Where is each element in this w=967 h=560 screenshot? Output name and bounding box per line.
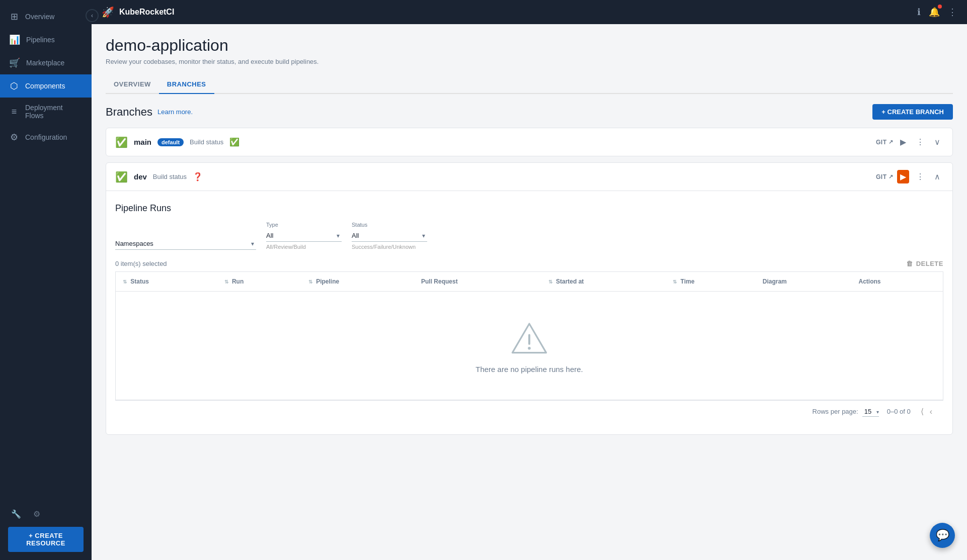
sidebar-collapse-button[interactable]: ‹ (86, 9, 99, 22)
create-branch-button[interactable]: + CREATE BRANCH (872, 104, 953, 120)
info-icon[interactable]: ℹ (917, 7, 921, 18)
app-logo: 🚀 KubeRocketCI (102, 6, 174, 18)
col-run: ⇅ Run (217, 272, 301, 292)
selected-count: 0 item(s) selected (115, 260, 167, 267)
filters-row: Namespaces Type All Review Build (115, 222, 943, 250)
notification-dot (938, 5, 942, 9)
configuration-icon: ⚙ (9, 132, 19, 143)
page-subtitle: Review your codebases, monitor their sta… (106, 58, 953, 65)
branch-card-main: ✅ main default Build status ✅ GIT ↗ ▶ ⋮ … (106, 128, 953, 156)
sidebar-item-label-marketplace: Marketplace (26, 59, 64, 67)
pagination-bar: Rows per page: 15 25 50 ▾ 0–0 of 0 ⟨ (115, 400, 943, 422)
sidebar-item-configuration[interactable]: ⚙ Configuration (0, 126, 92, 149)
git-link-dev[interactable]: GIT ↗ (876, 173, 893, 180)
branch-status-icon-dev: ✅ (115, 171, 128, 183)
more-options-button-dev[interactable]: ⋮ (913, 170, 927, 183)
topbar: 🚀 KubeRocketCI ℹ 🔔 ⋮ (92, 0, 967, 24)
more-menu-icon[interactable]: ⋮ (948, 7, 957, 18)
type-filter-label: Type (266, 222, 342, 228)
status-select-wrapper: All Success Failure Unknown (352, 230, 427, 242)
first-page-button[interactable]: ⟨ (919, 406, 926, 417)
sidebar-item-label-components: Components (25, 82, 65, 90)
page-content: demo-application Review your codebases, … (92, 24, 967, 560)
tab-overview[interactable]: OVERVIEW (106, 75, 159, 94)
rows-per-page-select[interactable]: 15 25 50 (862, 407, 879, 417)
col-pipeline: ⇅ Pipeline (301, 272, 414, 292)
topbar-icons: ℹ 🔔 ⋮ (917, 7, 957, 18)
empty-state-warning-icon (509, 318, 549, 358)
status-select[interactable]: All Success Failure Unknown (352, 230, 427, 242)
page-info: 0–0 of 0 (887, 408, 911, 415)
sidebar-item-deployment-flows[interactable]: ≡ Deployment Flows (0, 98, 92, 126)
components-icon: ⬡ (9, 80, 19, 91)
tabs: OVERVIEW BRANCHES (106, 75, 953, 94)
tab-branches[interactable]: BRANCHES (159, 75, 214, 94)
build-status-label-dev: Build status (153, 173, 187, 180)
build-status-check-main: ✅ (229, 137, 239, 147)
delete-label: DELETE (916, 260, 943, 267)
notification-icon[interactable]: 🔔 (929, 7, 940, 18)
git-link-main[interactable]: GIT ↗ (876, 139, 893, 146)
col-started-at: ⇅ Started at (541, 272, 666, 292)
sidebar-bottom-icons: 🔧 ⚙ (8, 507, 84, 521)
trash-icon: 🗑 (906, 260, 913, 267)
branch-row-dev: ✅ dev Build status ❓ GIT ↗ ▶ ⋮ ∧ (106, 163, 952, 191)
sort-arrows-status: ⇅ (123, 279, 127, 285)
branch-expanded-dev: Pipeline Runs Namespaces Type (106, 191, 952, 434)
table-empty-row: There are no pipeline runs here. (116, 292, 943, 400)
branches-title-group: Branches Learn more. (106, 106, 193, 119)
branch-status-icon-main: ✅ (115, 136, 128, 148)
sidebar-item-components[interactable]: ⬡ Components (0, 74, 92, 98)
expand-button-main[interactable]: ∨ (931, 135, 943, 149)
table-header-row: ⇅ Status ⇅ Run ⇅ Pipeline (116, 272, 943, 292)
chat-fab-button[interactable]: 💬 (930, 523, 955, 548)
branch-actions-main: GIT ↗ ▶ ⋮ ∨ (876, 135, 943, 149)
branches-header: Branches Learn more. + CREATE BRANCH (106, 104, 953, 120)
namespace-select[interactable]: Namespaces (115, 238, 256, 250)
filter-namespace: Namespaces (115, 238, 256, 250)
gear-icon-button[interactable]: ⚙ (30, 507, 43, 521)
wrench-icon-button[interactable]: 🔧 (8, 507, 24, 521)
default-badge-main: default (157, 138, 184, 146)
sidebar-item-label-deployment-flows: Deployment Flows (25, 104, 83, 120)
branch-row-main: ✅ main default Build status ✅ GIT ↗ ▶ ⋮ … (106, 128, 952, 156)
run-pipeline-button-dev[interactable]: ▶ (897, 170, 909, 183)
sidebar-item-overview[interactable]: ⊞ Overview (0, 5, 92, 28)
create-resource-button[interactable]: + CREATE RESOURCE (8, 527, 84, 552)
sidebar-item-pipelines[interactable]: 📊 Pipelines (0, 28, 92, 51)
pipeline-table-body: There are no pipeline runs here. (116, 292, 943, 400)
deployment-flows-icon: ≡ (9, 107, 19, 117)
type-select[interactable]: All Review Build (266, 230, 342, 242)
learn-more-link[interactable]: Learn more. (157, 108, 193, 116)
app-name: KubeRocketCI (119, 8, 174, 17)
sidebar: ‹ ⊞ Overview 📊 Pipelines 🛒 Marketplace ⬡… (0, 0, 92, 560)
sort-arrows-run: ⇅ (224, 279, 228, 285)
overview-icon: ⊞ (9, 11, 19, 22)
pipeline-table: ⇅ Status ⇅ Run ⇅ Pipeline (115, 271, 943, 400)
delete-button[interactable]: 🗑 DELETE (906, 260, 943, 267)
more-options-button-main[interactable]: ⋮ (913, 135, 927, 149)
chevron-left-icon: ‹ (91, 12, 93, 19)
sidebar-item-label-pipelines: Pipelines (26, 36, 55, 44)
col-diagram: Diagram (756, 272, 852, 292)
build-status-label-main: Build status (190, 138, 223, 146)
sidebar-item-marketplace[interactable]: 🛒 Marketplace (0, 51, 92, 74)
prev-page-button[interactable]: ‹ (928, 406, 934, 417)
run-pipeline-button-main[interactable]: ▶ (897, 135, 909, 149)
branches-heading: Branches (106, 106, 152, 119)
branch-actions-dev: GIT ↗ ▶ ⋮ ∧ (876, 170, 943, 183)
sort-arrows-pipeline: ⇅ (308, 279, 312, 285)
table-actions-bar: 0 item(s) selected 🗑 DELETE (115, 260, 943, 267)
svg-point-1 (528, 347, 531, 350)
sidebar-item-label-overview: Overview (25, 13, 54, 21)
logo-icon: 🚀 (102, 6, 114, 18)
page-title: demo-application (106, 36, 953, 55)
filter-status: Status All Success Failure Unknown Succe… (352, 222, 427, 250)
pipelines-icon: 📊 (9, 34, 20, 45)
col-time: ⇅ Time (666, 272, 755, 292)
collapse-button-dev[interactable]: ∧ (931, 170, 943, 183)
git-label-dev: GIT (876, 173, 887, 180)
col-actions: Actions (851, 272, 943, 292)
external-link-icon-dev: ↗ (889, 173, 894, 180)
empty-state-message: There are no pipeline runs here. (475, 365, 583, 374)
